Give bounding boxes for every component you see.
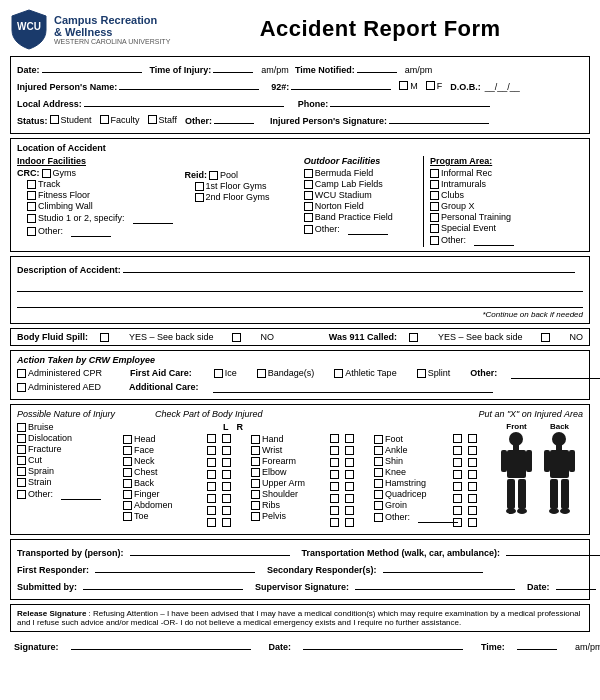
other2-checkbox[interactable]: Other:	[304, 224, 340, 234]
additional-field[interactable]	[213, 381, 493, 393]
knee-r-cb[interactable]	[468, 470, 477, 479]
ice-checkbox[interactable]: Ice	[214, 368, 237, 378]
upper-arm-r-cb[interactable]	[345, 482, 354, 491]
wrist-checkbox[interactable]: Wrist	[251, 445, 282, 455]
band-checkbox[interactable]: Band Practice Field	[304, 212, 393, 222]
track-checkbox[interactable]: Track	[27, 179, 60, 189]
quad-l-cb[interactable]	[453, 494, 462, 503]
quad-r-cb[interactable]	[468, 494, 477, 503]
clubs-checkbox[interactable]: Clubs	[430, 190, 464, 200]
foot-r-cb[interactable]	[468, 434, 477, 443]
hand-l-cb[interactable]	[330, 434, 339, 443]
ankle-r-cb[interactable]	[468, 446, 477, 455]
elbow-r-cb[interactable]	[345, 470, 354, 479]
finger-checkbox[interactable]: Finger	[123, 489, 160, 499]
sig-field[interactable]	[71, 638, 251, 650]
pelvis-r-cb[interactable]	[345, 518, 354, 527]
shoulder-l-cb[interactable]	[330, 494, 339, 503]
other2-field[interactable]	[348, 223, 388, 235]
forearm-l-cb[interactable]	[330, 458, 339, 467]
head-r-cb[interactable]	[222, 434, 231, 443]
finger-r-cb[interactable]	[222, 494, 231, 503]
back-r-cb[interactable]	[222, 482, 231, 491]
neck-l-cb[interactable]	[207, 458, 216, 467]
bruise-checkbox[interactable]: Bruise	[17, 422, 54, 432]
chest-r-cb[interactable]	[222, 470, 231, 479]
abdomen-l-cb[interactable]	[207, 506, 216, 515]
pelvis-checkbox[interactable]: Pelvis	[251, 511, 286, 521]
wcu-checkbox[interactable]: WCU Stadium	[304, 190, 372, 200]
shin-l-cb[interactable]	[453, 458, 462, 467]
description-line3[interactable]	[17, 294, 583, 308]
abdomen-checkbox[interactable]: Abdomen	[123, 500, 173, 510]
ribs-r-cb[interactable]	[345, 506, 354, 515]
wrist-r-cb[interactable]	[345, 446, 354, 455]
climbing-checkbox[interactable]: Climbing Wall	[27, 201, 93, 211]
cpr-checkbox[interactable]: Administered CPR	[17, 368, 102, 378]
wrist-l-cb[interactable]	[330, 446, 339, 455]
neck-checkbox[interactable]: Neck	[123, 456, 155, 466]
time-notified-field[interactable]	[357, 61, 397, 73]
foot-checkbox[interactable]: Foot	[374, 434, 403, 444]
strain-checkbox[interactable]: Strain	[17, 477, 52, 487]
special-checkbox[interactable]: Special Event	[430, 223, 496, 233]
fitness-checkbox[interactable]: Fitness Floor	[27, 190, 90, 200]
ankle-l-cb[interactable]	[453, 446, 462, 455]
secondary-field[interactable]	[383, 561, 483, 573]
groin-checkbox[interactable]: Groin	[374, 500, 407, 510]
forearm-checkbox[interactable]: Forearm	[251, 456, 296, 466]
dob-field[interactable]: __/__/__	[485, 82, 520, 92]
transported-field[interactable]	[130, 544, 290, 556]
floor2-checkbox[interactable]: 2nd Floor Gyms	[195, 192, 270, 202]
female-checkbox[interactable]: F	[426, 81, 443, 91]
quadricep-checkbox[interactable]: Quadricep	[374, 489, 427, 499]
shin-r-cb[interactable]	[468, 458, 477, 467]
ham-l-cb[interactable]	[453, 482, 462, 491]
elbow-checkbox[interactable]: Elbow	[251, 467, 287, 477]
face-r-cb[interactable]	[222, 446, 231, 455]
groin-l-cb[interactable]	[453, 506, 462, 515]
studio-field[interactable]	[133, 212, 173, 224]
chest-checkbox[interactable]: Chest	[123, 467, 158, 477]
floor1-checkbox[interactable]: 1st Floor Gyms	[195, 181, 267, 191]
sprain-checkbox[interactable]: Sprain	[17, 466, 54, 476]
intramurals-checkbox[interactable]: Intramurals	[430, 179, 486, 189]
other-injury-field[interactable]	[61, 488, 101, 500]
id-field[interactable]	[291, 78, 391, 90]
finger-l-cb[interactable]	[207, 494, 216, 503]
ribs-l-cb[interactable]	[330, 506, 339, 515]
splint-checkbox[interactable]: Splint	[417, 368, 451, 378]
hand-checkbox[interactable]: Hand	[251, 434, 284, 444]
elbow-l-cb[interactable]	[330, 470, 339, 479]
cut-checkbox[interactable]: Cut	[17, 455, 42, 465]
called-no-checkbox[interactable]	[541, 333, 552, 342]
knee-l-cb[interactable]	[453, 470, 462, 479]
pool-checkbox[interactable]: Pool	[209, 170, 238, 180]
male-checkbox[interactable]: M	[399, 81, 418, 91]
ham-r-cb[interactable]	[468, 482, 477, 491]
back-checkbox[interactable]: Back	[123, 478, 154, 488]
sig-time-field[interactable]	[517, 638, 557, 650]
hand-r-cb[interactable]	[345, 434, 354, 443]
other3-l-cb[interactable]	[453, 518, 462, 527]
groin-r-cb[interactable]	[468, 506, 477, 515]
address-field[interactable]	[84, 95, 284, 107]
faculty-checkbox[interactable]: Faculty	[100, 115, 140, 125]
student-checkbox[interactable]: Student	[50, 115, 92, 125]
aed-checkbox[interactable]: Administered AED	[17, 382, 101, 392]
camp-checkbox[interactable]: Camp Lab Fields	[304, 179, 383, 189]
fracture-checkbox[interactable]: Fracture	[17, 444, 62, 454]
sig-date-field[interactable]	[303, 638, 463, 650]
description-line1[interactable]	[123, 261, 575, 273]
head-checkbox[interactable]: Head	[123, 434, 156, 444]
toe-checkbox[interactable]: Toe	[123, 511, 149, 521]
called-yes-checkbox[interactable]	[409, 333, 420, 342]
time-of-injury-field[interactable]	[213, 61, 253, 73]
transport-date-field[interactable]	[556, 578, 596, 590]
neck-r-cb[interactable]	[222, 458, 231, 467]
injured-name-field[interactable]	[119, 78, 259, 90]
date-field[interactable]	[42, 61, 142, 73]
injured-sig-field[interactable]	[389, 112, 489, 124]
upper-arm-l-cb[interactable]	[330, 482, 339, 491]
shin-checkbox[interactable]: Shin	[374, 456, 403, 466]
